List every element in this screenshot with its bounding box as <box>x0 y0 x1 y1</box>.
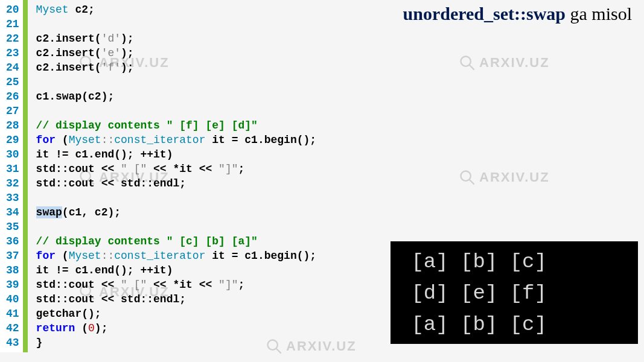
code-line <box>36 17 317 31</box>
code-line <box>36 75 317 89</box>
code-line: std::cout << std::endl; <box>36 292 317 306</box>
watermark: ARXIV.UZ <box>459 54 550 71</box>
code-line <box>36 191 317 205</box>
line-number: 38 <box>6 263 19 278</box>
watermark: ARXIV.UZ <box>459 169 550 186</box>
console-output: [a] [b] [c] [d] [e] [f] [a] [b] [c] <box>391 241 638 344</box>
code-line: getchar(); <box>36 306 317 321</box>
svg-line-3 <box>470 65 474 70</box>
code-line: swap(c1, c2); <box>36 205 317 220</box>
code-line: Myset c2; <box>36 2 317 17</box>
code-line: std::cout << " [" << *it << "]"; <box>36 162 317 176</box>
code-line: it != c1.end(); ++it) <box>36 147 317 162</box>
line-number: 21 <box>6 17 19 31</box>
code-line: c1.swap(c2); <box>36 89 317 104</box>
title-rest: ga misol <box>566 4 632 24</box>
code-line: it != c1.end(); ++it) <box>36 263 317 278</box>
svg-point-2 <box>461 57 471 66</box>
line-number: 41 <box>6 306 19 321</box>
watermark-text: ARXIV.UZ <box>479 170 550 185</box>
line-number: 23 <box>6 46 19 60</box>
line-number: 31 <box>6 162 19 176</box>
code-line: // display contents " [f] [e] [d]" <box>36 118 317 133</box>
line-number: 25 <box>6 75 19 89</box>
line-number: 42 <box>6 321 19 335</box>
console-line: [a] [b] [c] <box>399 309 630 340</box>
line-number: 35 <box>6 220 19 234</box>
line-number: 30 <box>6 147 19 162</box>
code-line: c2.insert('f'); <box>36 60 317 75</box>
console-line: [d] [e] [f] <box>399 278 630 309</box>
line-number: 24 <box>6 60 19 75</box>
code-block: 20 21 22 23 24 25 26 27 28 29 30 31 32 3… <box>0 0 316 352</box>
code-line <box>36 104 317 118</box>
svg-point-6 <box>461 171 471 181</box>
code-line: // display contents " [c] [b] [a]" <box>36 234 317 249</box>
line-number: 29 <box>6 133 19 147</box>
line-number: 33 <box>6 191 19 205</box>
console-line: [a] [b] [c] <box>399 246 630 278</box>
line-number: 39 <box>6 278 19 292</box>
line-number: 26 <box>6 89 19 104</box>
code-line: for (Myset::const_iterator it = c1.begin… <box>36 133 317 147</box>
title-bold: unordered_set::swap <box>403 4 566 24</box>
line-number: 28 <box>6 118 19 133</box>
slide-title: unordered_set::swap ga misol <box>403 4 632 24</box>
code-line: return (0); <box>36 321 317 335</box>
line-number: 22 <box>6 31 19 46</box>
code-line: c2.insert('d'); <box>36 31 317 46</box>
line-number: 40 <box>6 292 19 306</box>
line-number: 34 <box>6 205 19 220</box>
code-line: std::cout << std::endl; <box>36 176 317 191</box>
code-content: Myset c2; c2.insert('d'); c2.insert('e')… <box>28 0 317 352</box>
code-line: c2.insert('e'); <box>36 46 317 60</box>
line-number: 27 <box>6 104 19 118</box>
code-line: std::cout << " [" << *it << "]"; <box>36 278 317 292</box>
line-number: 37 <box>6 249 19 263</box>
svg-line-7 <box>470 180 474 185</box>
code-line: for (Myset::const_iterator it = c1.begin… <box>36 249 317 263</box>
code-line: } <box>36 335 317 350</box>
line-number: 36 <box>6 234 19 249</box>
line-number: 43 <box>6 335 19 350</box>
code-line <box>36 220 317 234</box>
watermark-text: ARXIV.UZ <box>479 55 550 71</box>
line-number: 20 <box>6 2 19 17</box>
line-number: 32 <box>6 176 19 191</box>
line-number-gutter: 20 21 22 23 24 25 26 27 28 29 30 31 32 3… <box>0 0 28 352</box>
